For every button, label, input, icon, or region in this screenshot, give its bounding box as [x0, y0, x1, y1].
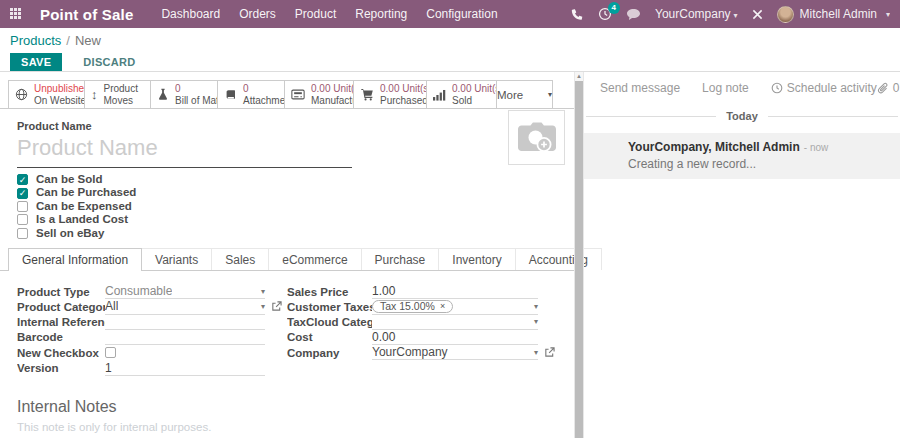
machine-icon	[291, 89, 305, 100]
company-name: YourCompany	[655, 7, 731, 21]
schedule-activity-button[interactable]: Schedule activity	[771, 81, 877, 95]
product-flags: ✓Can be Sold ✓Can be Purchased Can be Ex…	[17, 173, 574, 240]
internal-reference-input[interactable]	[105, 315, 265, 329]
stat-button-product-moves[interactable]: ↕ ProductMoves	[84, 80, 151, 108]
save-button[interactable]: SAVE	[10, 53, 62, 71]
book-icon	[224, 89, 237, 101]
tab-variants[interactable]: Variants	[141, 248, 212, 270]
messages-icon[interactable]	[626, 8, 641, 21]
chevron-down-icon: ▾	[257, 302, 265, 311]
discard-button[interactable]: DISCARD	[77, 55, 141, 69]
product-type-select[interactable]: Consumable ▾	[105, 284, 265, 299]
product-category-value: All	[105, 299, 118, 313]
product-name-input[interactable]	[17, 132, 352, 168]
checkbox-icon: ✓	[17, 174, 28, 185]
stat-button-attachments[interactable]: 0Attachments	[217, 80, 285, 108]
menu-product[interactable]: Product	[295, 7, 336, 21]
chatter-panel: Send message Log note Schedule activity	[584, 72, 900, 438]
cost-label: Cost	[287, 331, 372, 343]
app-title[interactable]: Point of Sale	[40, 6, 133, 23]
send-message-button[interactable]: Send message	[600, 81, 680, 95]
more-dropdown-button[interactable]: More▾	[496, 80, 553, 108]
stat-button-purchased[interactable]: 0.00 Unit(s)Purchased	[353, 80, 427, 108]
checkbox-can-be-expensed[interactable]: Can be Expensed	[17, 200, 574, 213]
product-category-field[interactable]: All ▾	[105, 299, 265, 314]
company-field[interactable]: YourCompany ▾	[372, 345, 538, 360]
tab-ecommerce[interactable]: eCommerce	[268, 248, 361, 270]
user-menu[interactable]: Mitchell Admin▾	[777, 6, 890, 23]
attachment-count: 0	[893, 81, 900, 95]
taxcloud-category-field[interactable]: ▾	[372, 315, 538, 330]
tab-sales[interactable]: Sales	[211, 248, 269, 270]
navbar-right: 4 YourCompany▾ Mitchell Admin▾	[571, 6, 890, 23]
tab-general-information[interactable]: General Information	[8, 248, 142, 270]
apps-grid-icon[interactable]	[10, 8, 22, 20]
chatter-message: YourCompany, Mitchell Admin- now Creatin…	[584, 133, 900, 179]
phone-icon[interactable]	[571, 8, 584, 21]
sales-price-field	[372, 284, 538, 299]
breadcrumb-current: New	[75, 33, 101, 48]
breadcrumb-separator: /	[66, 33, 70, 48]
version-input[interactable]	[105, 361, 265, 375]
stat-button-website[interactable]: UnpublishedOn Website	[8, 80, 85, 108]
stat-button-bom[interactable]: 0Bill of Mat...	[150, 80, 218, 108]
internal-notes-section: Internal Notes This note is only for int…	[0, 398, 574, 438]
scrollbar-up-arrow[interactable]: ▲	[575, 72, 583, 81]
tab-accounting[interactable]: Accounting	[515, 248, 602, 270]
log-note-button[interactable]: Log note	[702, 81, 749, 95]
external-link-icon[interactable]	[271, 301, 282, 312]
attachments-button[interactable]: 0	[877, 81, 900, 95]
menu-dashboard[interactable]: Dashboard	[161, 7, 220, 21]
date-divider: Today	[584, 110, 900, 122]
chevron-down-icon: ▾	[530, 317, 538, 326]
product-name-label: Product Name	[17, 120, 574, 132]
message-body: Creating a new record...	[628, 157, 888, 171]
company-label: Company	[287, 347, 372, 359]
sales-price-input[interactable]	[372, 284, 538, 298]
barcode-input[interactable]	[105, 330, 265, 344]
checkbox-can-be-purchased[interactable]: ✓Can be Purchased	[17, 186, 574, 199]
top-navbar: Point of Sale Dashboard Orders Product R…	[0, 0, 900, 28]
scrollbar-thumb[interactable]	[575, 81, 583, 438]
flask-icon	[157, 88, 169, 101]
tab-inventory[interactable]: Inventory	[438, 248, 515, 270]
chevron-down-icon: ▾	[886, 10, 890, 19]
remove-tag-icon[interactable]: ×	[440, 302, 445, 311]
user-name: Mitchell Admin	[800, 7, 877, 21]
activities-clock-icon[interactable]: 4	[598, 7, 612, 21]
message-author[interactable]: YourCompany, Mitchell Admin	[628, 140, 800, 154]
checkbox-sell-on-ebay[interactable]: Sell on eBay	[17, 227, 574, 240]
signal-icon	[433, 89, 446, 101]
chevron-down-icon: ▾	[544, 90, 552, 99]
breadcrumb: Products/New	[10, 34, 900, 48]
chevron-down-icon: ▾	[257, 287, 265, 296]
tax-tag[interactable]: Tax 15.00%×	[372, 300, 453, 313]
globe-icon	[15, 88, 28, 101]
checkbox-landed-cost[interactable]: Is a Landed Cost	[17, 213, 574, 226]
menu-reporting[interactable]: Reporting	[355, 7, 407, 21]
internal-reference-label: Internal Reference	[17, 316, 105, 328]
fields-right-column: Sales Price Customer Taxes Tax 15.00%× ▾	[287, 284, 538, 376]
menu-configuration[interactable]: Configuration	[426, 7, 497, 21]
chatter-toolbar: Send message Log note Schedule activity	[584, 72, 900, 95]
breadcrumb-products[interactable]: Products	[10, 33, 61, 48]
external-link-icon[interactable]	[544, 347, 555, 358]
checkbox-can-be-sold[interactable]: ✓Can be Sold	[17, 173, 574, 186]
menu-orders[interactable]: Orders	[239, 7, 276, 21]
stat-button-manufactured[interactable]: 0.00 Unit(s)Manufactu...	[284, 80, 354, 108]
stat-button-sold[interactable]: 0.00 Unit(s)Sold	[426, 80, 497, 108]
chevron-down-icon: ▾	[530, 302, 538, 311]
internal-reference-field	[105, 315, 265, 330]
company-switcher[interactable]: YourCompany▾	[655, 7, 738, 21]
customer-taxes-field[interactable]: Tax 15.00%× ▾	[372, 299, 538, 314]
debug-close-icon[interactable]	[752, 9, 763, 20]
form-actions: SAVE DISCARD	[10, 53, 900, 71]
tab-purchase[interactable]: Purchase	[361, 248, 440, 270]
internal-notes-editor[interactable]: This note is only for internal purposes.	[17, 421, 574, 435]
cost-input[interactable]	[372, 330, 538, 344]
control-panel: Products/New SAVE DISCARD	[0, 28, 900, 72]
new-checkbox-input[interactable]	[105, 347, 116, 358]
new-checkbox-label: New Checkbox	[17, 347, 105, 359]
vertical-scrollbar[interactable]: ▲	[574, 72, 584, 438]
product-category-label: Product Category	[17, 301, 105, 313]
